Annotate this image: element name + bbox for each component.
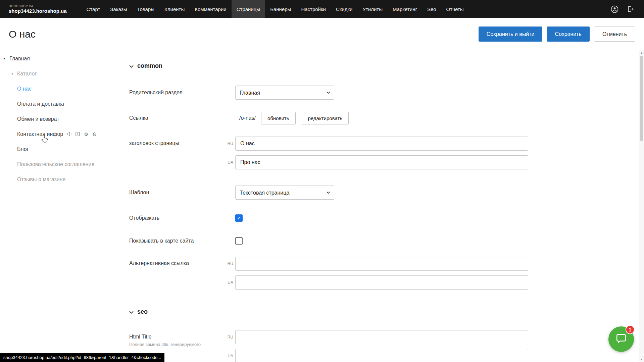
alt-link-ru-input[interactable] [235, 257, 528, 271]
page-title-ua-line: UA [224, 155, 528, 169]
sidebar-item-label: О нас [17, 86, 32, 92]
lang-ru-badge: RU [224, 335, 233, 340]
html-title-ru-input[interactable] [235, 330, 528, 344]
save-button[interactable]: Сохранить [547, 27, 590, 42]
html-title-ru-line: RU [224, 330, 528, 344]
alt-link-inputs: RU UA [224, 257, 528, 290]
logout-icon[interactable] [627, 5, 635, 13]
nav-item-clients[interactable]: Клиенты [159, 0, 190, 18]
content-area: ▾ Главная ▸ Каталог О нас Оплата и доста… [0, 50, 644, 362]
alt-link-ua-line: UA [224, 275, 528, 290]
section-common-header[interactable]: common [129, 62, 644, 69]
nav-item-start[interactable]: Старт [82, 0, 105, 18]
field-alt-link: Альтернативная ссылка RU UA [129, 257, 644, 290]
main-menu: Старт Заказы Товары Клиенты Комментарии … [82, 0, 469, 18]
section-seo-header[interactable]: seo [129, 308, 644, 315]
nav-item-seo[interactable]: Seo [422, 0, 441, 18]
nav-item-pages[interactable]: Страницы [232, 0, 265, 18]
chat-widget-button[interactable]: 1 [608, 326, 634, 352]
parent-section-label: Родительский раздел [129, 90, 224, 96]
field-template: Шаблон Текстовая страница [129, 186, 644, 200]
link-label: Ссылка [129, 115, 224, 121]
html-title-ua-line: UA [224, 349, 528, 362]
link-edit-button[interactable]: редактировать [302, 112, 349, 124]
template-select-wrap: Текстовая страница [235, 186, 334, 200]
parent-section-select-wrap: Главная [235, 86, 334, 100]
lang-ua-badge: UA [224, 354, 233, 358]
move-icon[interactable] [66, 131, 72, 137]
page-title-ua-input[interactable] [235, 155, 528, 169]
sidebar-item-label: Отзывы о магазине [17, 176, 66, 183]
sidebar-item-root[interactable]: ▾ Главная [0, 51, 118, 66]
html-title-ua-input[interactable] [235, 349, 528, 362]
topbar: HOROSHOP V4 shop34423.horoshop.ua Старт … [0, 0, 644, 18]
template-label: Шаблон [129, 190, 224, 196]
header-actions: Сохранить и выйти Сохранить Отменить [479, 27, 635, 42]
alt-link-ru-line: RU [224, 257, 528, 271]
sidebar-item-user-agreement[interactable]: Пользовательское соглашение [0, 157, 118, 172]
status-url-tooltip: shop34423.horoshop.ua/edit/edit.php?id=6… [0, 353, 164, 362]
sidebar-item-label: Каталог [17, 71, 37, 77]
save-and-exit-button[interactable]: Сохранить и выйти [479, 27, 543, 42]
html-title-label: Html Title [129, 334, 224, 340]
sidebar-item-exchange-return[interactable]: Обмен и возврат [0, 111, 118, 126]
page-title-label: заголовок страницы [129, 137, 224, 146]
html-title-inputs: RU UA [224, 330, 528, 362]
sidebar-item-blog[interactable]: Блог [0, 142, 118, 157]
sidebar-item-label: Блог [17, 146, 29, 152]
sidebar-item-payment-delivery[interactable]: Оплата и доставка [0, 96, 118, 111]
brand[interactable]: HOROSHOP V4 shop34423.horoshop.ua [0, 0, 69, 18]
vertical-scrollbar[interactable]: ▲ ▼ [639, 50, 644, 362]
link-refresh-button[interactable]: обновить [261, 112, 296, 124]
link-path-value: /o-nas/ [239, 115, 256, 121]
sidebar-item-about[interactable]: О нас [0, 81, 118, 96]
user-icon[interactable] [610, 5, 618, 13]
page-title-ru-input[interactable] [235, 137, 528, 151]
sidebar-item-label: Контактная инфор [17, 131, 63, 137]
add-page-icon[interactable] [75, 131, 81, 137]
scrollbar-thumb[interactable] [640, 56, 643, 141]
chevron-right-icon[interactable]: ▸ [12, 71, 17, 76]
nav-item-comments[interactable]: Комментарии [190, 0, 231, 18]
page-title-inputs: RU UA [224, 137, 528, 169]
sidebar-item-label: Пользовательское соглашение [17, 161, 94, 167]
page-title-ru-line: RU [224, 137, 528, 151]
sidebar-item-store-reviews[interactable]: Отзывы о магазине [0, 172, 118, 187]
chat-bubble-icon [615, 333, 627, 346]
tree-item-actions: ⚙ [66, 131, 97, 137]
section-seo-title: seo [137, 308, 148, 315]
nav-item-marketing[interactable]: Маркетинг [388, 0, 422, 18]
sitemap-checkbox[interactable] [235, 237, 243, 245]
gear-icon[interactable]: ⚙ [83, 131, 89, 137]
nav-item-discounts[interactable]: Скидки [331, 0, 357, 18]
alt-link-ua-input[interactable] [235, 275, 528, 290]
nav-item-orders[interactable]: Заказы [105, 0, 132, 18]
html-title-hint: Полная замена title, генерируемого [129, 342, 220, 347]
scroll-down-icon[interactable]: ▼ [639, 357, 644, 362]
trash-icon[interactable] [92, 131, 97, 137]
lang-ua-badge: UA [224, 160, 233, 165]
template-select[interactable]: Текстовая страница [235, 186, 334, 200]
nav-item-utilities[interactable]: Утилиты [357, 0, 388, 18]
nav-item-settings[interactable]: Настройки [296, 0, 331, 18]
nav-item-reports[interactable]: Отчеты [441, 0, 469, 18]
scroll-up-icon[interactable]: ▲ [639, 50, 644, 55]
field-sitemap: Показывать в карте сайта [129, 237, 644, 245]
pages-tree-sidebar: ▾ Главная ▸ Каталог О нас Оплата и доста… [0, 50, 118, 362]
nav-item-banners[interactable]: Баннеры [265, 0, 296, 18]
parent-section-select[interactable]: Главная [235, 86, 334, 100]
display-checkbox[interactable] [235, 214, 243, 222]
sidebar-item-contact-info[interactable]: Контактная инфор ⚙ [0, 126, 118, 142]
lang-ru-badge: RU [224, 261, 233, 266]
section-common-title: common [137, 62, 162, 69]
chat-unread-badge: 1 [626, 325, 635, 334]
page-edit-form: common Родительский раздел Главная Ссылк… [118, 50, 644, 362]
topbar-right-icons [610, 0, 644, 18]
sidebar-item-catalog[interactable]: ▸ Каталог [0, 66, 118, 81]
html-title-label-block: Html Title Полная замена title, генериру… [129, 330, 224, 347]
cancel-button[interactable]: Отменить [594, 27, 635, 42]
nav-item-products[interactable]: Товары [132, 0, 159, 18]
brand-version: HOROSHOP V4 [9, 4, 67, 8]
chevron-down-icon[interactable]: ▾ [3, 56, 9, 61]
tree-children: ▸ Каталог О нас Оплата и доставка Обмен … [0, 66, 118, 187]
